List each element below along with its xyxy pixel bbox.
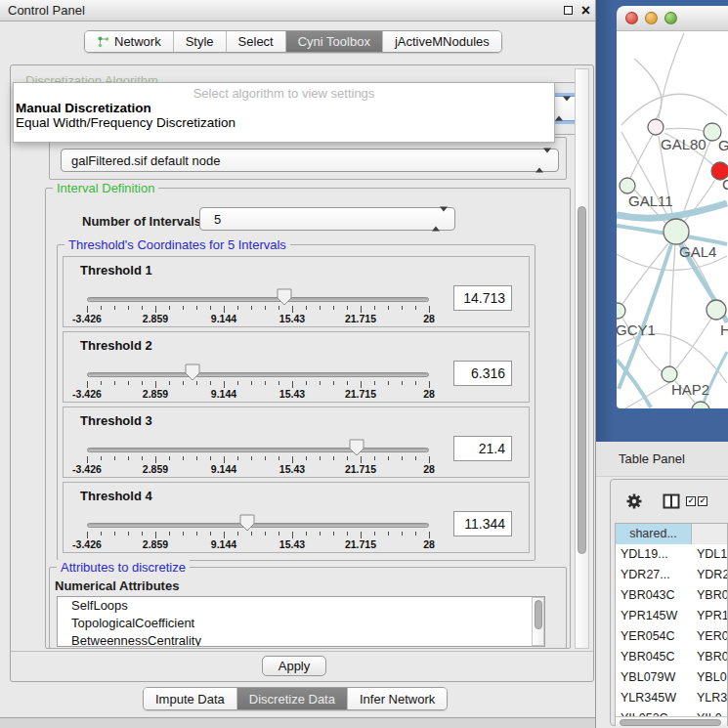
threshold-value-field[interactable]: 21.4	[453, 436, 512, 461]
network-canvas[interactable]: GAL80G.CGAL11GAL4GCY1HHAP2	[617, 31, 728, 408]
algorithm-option-manual-discretization[interactable]: Manual Discretization	[16, 101, 151, 115]
tab-select[interactable]: Select	[226, 31, 285, 52]
number-of-intervals-label: Number of Intervals	[82, 214, 201, 229]
slider-tick	[183, 381, 184, 385]
table-row[interactable]: YDR27...YDR2	[616, 565, 727, 585]
node-attribute-table[interactable]: shared... na YDL19...YDL1YDR27...YDR2YBR…	[615, 523, 728, 726]
column-header-shared-name[interactable]: shared...	[616, 524, 692, 544]
network-node[interactable]	[662, 366, 677, 382]
slider-tick	[415, 306, 416, 310]
node-label-gal80: GAL80	[661, 136, 707, 152]
numerical-attributes-list[interactable]: SelfLoopsTopologicalCoefficientBetweenne…	[57, 596, 545, 647]
tab-discretize-data[interactable]: Discretize Data	[236, 688, 347, 709]
slider-tick	[374, 381, 375, 385]
slider-tick	[292, 306, 293, 313]
slider-tick	[361, 306, 362, 313]
close-icon[interactable]: ×	[581, 0, 590, 21]
slider-tick	[196, 306, 197, 310]
traffic-light-zoom[interactable]	[664, 12, 677, 24]
slider-tick	[196, 456, 197, 460]
attributes-group-title: Attributes to discretize	[57, 560, 190, 575]
network-node[interactable]	[620, 178, 635, 193]
slider-tick	[333, 456, 334, 460]
slider-tick	[402, 532, 403, 535]
threshold-slider-thumb[interactable]	[185, 364, 200, 381]
threshold-slider-thumb[interactable]	[239, 514, 255, 532]
network-node[interactable]	[617, 303, 625, 319]
threshold-slider-thumb[interactable]	[349, 439, 364, 456]
threshold-slider-track[interactable]	[87, 372, 429, 377]
traffic-light-minimize[interactable]	[645, 12, 658, 24]
slider-tick	[333, 381, 334, 385]
threshold-slider-track[interactable]	[87, 448, 429, 452]
table-row[interactable]: YLR345WYLR3	[616, 688, 727, 708]
network-node[interactable]	[664, 219, 689, 244]
slider-tick	[347, 306, 348, 310]
attribute-item-topologicalcoefficient[interactable]: TopologicalCoefficient	[58, 615, 544, 632]
table-row[interactable]: YBR043CYBR0	[616, 585, 727, 606]
threshold-value-field[interactable]: 11.344	[453, 511, 512, 536]
slider-tick	[429, 532, 430, 538]
slider-tick	[114, 532, 115, 535]
attribute-item-betweennesscentrality[interactable]: BetweennessCentrality	[58, 632, 544, 647]
table-row[interactable]: YBL079WYBL0	[616, 667, 727, 688]
threshold-slider-track[interactable]	[87, 523, 429, 528]
slider-tick	[142, 306, 143, 310]
slider-tick	[237, 306, 238, 310]
table-horizontal-scrollbar[interactable]	[616, 716, 727, 726]
tab-infer-network[interactable]: Infer Network	[347, 688, 447, 709]
number-of-intervals-combo[interactable]: 5	[199, 207, 455, 231]
tab-cyni-toolbox[interactable]: Cyni Toolbox	[285, 31, 382, 52]
slider-tick	[429, 306, 430, 313]
table-data-combo[interactable]: galFiltered.sif default node	[61, 149, 559, 172]
window-bottom-edge	[0, 717, 596, 728]
slider-tick	[237, 381, 238, 385]
tab-jactivemnodules[interactable]: jActiveMNodules	[382, 31, 501, 52]
table-row[interactable]: YDL19...YDL1	[616, 544, 727, 565]
slider-tick-label: 21.715	[335, 313, 386, 324]
tab-impute-data[interactable]: Impute Data	[144, 688, 236, 709]
algorithm-option-equal-width-frequency-discretization[interactable]: Equal Width/Frequency Discretization	[16, 115, 236, 130]
slider-tick	[183, 306, 184, 310]
tab-network[interactable]: Network	[85, 31, 173, 52]
select-columns-icon[interactable]: ✓	[686, 496, 696, 506]
select-columns-icon-2[interactable]: ✓	[698, 496, 707, 506]
threshold-value-field[interactable]: 14.713	[453, 285, 512, 311]
threshold-slider-thumb[interactable]	[277, 288, 292, 306]
table-row[interactable]: YPR145WYPR1	[616, 606, 727, 626]
slider-tick	[402, 381, 403, 385]
slider-tick	[415, 532, 416, 535]
column-header-name[interactable]: na	[692, 524, 728, 544]
network-edge	[670, 244, 675, 366]
apply-button[interactable]: Apply	[262, 656, 326, 676]
attribute-item-selfloops[interactable]: SelfLoops	[58, 597, 544, 615]
slider-tick	[128, 456, 129, 460]
network-node[interactable]	[648, 119, 664, 135]
node-label-hap2: HAP2	[671, 381, 709, 398]
column-split-icon[interactable]	[663, 493, 680, 509]
table-row[interactable]: YER054CYER0	[616, 626, 727, 647]
tab-style[interactable]: Style	[173, 31, 226, 52]
slider-tick-label: 28	[404, 463, 454, 475]
traffic-light-close[interactable]	[625, 12, 638, 24]
settings-gear-icon[interactable]	[625, 492, 643, 510]
tab-label: Select	[238, 34, 274, 49]
interval-definition-group-title: Interval Definition	[53, 181, 158, 195]
threshold-value-field[interactable]: 6.316	[453, 361, 512, 386]
slider-tick	[128, 306, 129, 310]
slider-tick	[320, 306, 321, 310]
slider-tick-label: 9.144	[198, 463, 249, 475]
network-edge	[621, 94, 727, 125]
content-scrollbar[interactable]	[575, 68, 589, 649]
slider-tick	[374, 532, 375, 535]
slider-tick	[155, 306, 156, 313]
slider-tick	[278, 456, 279, 460]
threshold-slider-track[interactable]	[87, 297, 429, 302]
float-window-icon[interactable]	[564, 6, 573, 15]
attributes-list-scrollbar[interactable]	[532, 597, 544, 646]
slider-tick	[429, 381, 430, 388]
network-node[interactable]	[707, 300, 726, 320]
table-row[interactable]: YBR045CYBR0	[616, 647, 727, 667]
slider-tick	[333, 532, 334, 535]
network-window-titlebar[interactable]	[617, 6, 728, 31]
